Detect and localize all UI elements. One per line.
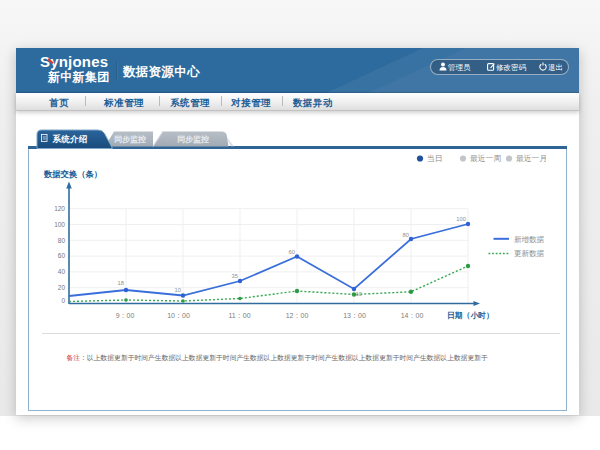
svg-text:20: 20	[58, 284, 66, 291]
svg-text:数据交换（条）: 数据交换（条）	[43, 169, 102, 179]
svg-text:100: 100	[456, 216, 466, 222]
svg-text:最近一月: 最近一月	[516, 154, 547, 163]
svg-text:80: 80	[58, 237, 66, 244]
svg-text:0: 0	[61, 297, 65, 304]
svg-text:11：00: 11：00	[228, 312, 250, 319]
svg-text:更新数据: 更新数据	[514, 249, 545, 258]
svg-text:100: 100	[54, 221, 65, 228]
svg-text:10：00: 10：00	[167, 312, 190, 319]
svg-text:日期（小时）: 日期（小时）	[447, 311, 494, 320]
svg-text:80: 80	[403, 232, 409, 238]
svg-text:备注：以上数据更新于时间产生数据以上数据更新于时间产生数据以: 备注：以上数据更新于时间产生数据以上数据更新于时间产生数据以上数据更新于时间产生…	[67, 354, 489, 362]
svg-text:10: 10	[356, 291, 362, 297]
svg-text:当日: 当日	[427, 154, 443, 163]
svg-text:新增数据: 新增数据	[514, 235, 545, 244]
svg-text:40: 40	[58, 268, 66, 275]
svg-text:14：00: 14：00	[401, 312, 424, 319]
svg-text:同步监控: 同步监控	[177, 135, 209, 144]
svg-text:系统介绍: 系统介绍	[52, 134, 88, 144]
svg-text:12：00: 12：00	[286, 312, 309, 319]
svg-text:10: 10	[175, 287, 181, 293]
svg-text:13：00: 13：00	[343, 312, 366, 319]
svg-text:同步监控: 同步监控	[114, 135, 146, 144]
svg-text:最近一周: 最近一周	[470, 154, 501, 163]
svg-text:18: 18	[118, 280, 124, 286]
svg-text:35: 35	[232, 273, 238, 279]
svg-text:9：00: 9：00	[116, 312, 135, 319]
svg-text:120: 120	[54, 205, 65, 212]
svg-text:60: 60	[58, 252, 66, 259]
svg-text:60: 60	[289, 249, 295, 255]
